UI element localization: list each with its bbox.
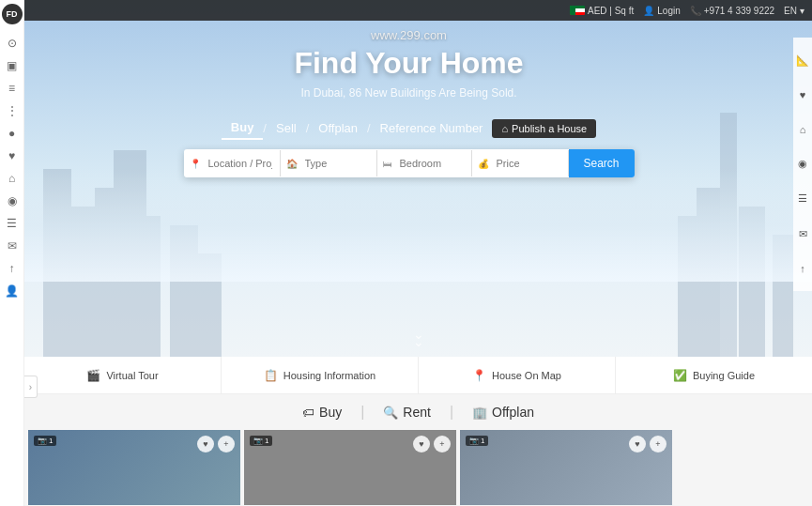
right-panel: 📐 ♥ ⌂ ◉ ☰ ✉ ↑ <box>793 38 812 291</box>
video-badge-2: 📷 1 <box>250 436 272 446</box>
search-button[interactable]: Search <box>569 149 635 177</box>
right-panel-icon-2[interactable]: ♥ <box>800 89 806 100</box>
feature-virtual-tour[interactable]: 🎬 Virtual Tour <box>24 357 222 393</box>
document-icon: 📋 <box>264 369 278 382</box>
property-card-3[interactable]: 📷 1 ♥ + <box>460 430 672 505</box>
search-bar: 📍 🏠 🛏 💰 Search <box>184 149 635 177</box>
tab-buy[interactable]: 🏷 Buy <box>302 405 342 420</box>
mist-overlay <box>24 169 812 282</box>
type-input[interactable] <box>298 150 377 176</box>
bottom-section: 🏷 Buy | 🔍 Rent | 🏢 Offplan ⊖ More 📷 1 ♥ … <box>24 394 812 506</box>
card-actions-2: ♥ + <box>413 436 451 452</box>
sidebar-icon-4[interactable]: ⋮ <box>4 102 21 119</box>
logo[interactable]: FD <box>2 4 23 24</box>
video-badge-1: 📷 1 <box>34 436 56 446</box>
user-icon: 👤 <box>643 6 654 16</box>
sidebar-icon-2[interactable]: ▣ <box>4 57 21 74</box>
right-panel-icon-4[interactable]: ◉ <box>798 158 807 170</box>
hero-content: www.299.com Find Your Home In Dubai, 86 … <box>24 28 793 177</box>
login-button[interactable]: 👤 Login <box>643 6 680 16</box>
sidebar-icon-6[interactable]: ♥ <box>4 147 21 164</box>
tab-offplan[interactable]: 🏢 Offplan <box>472 405 534 420</box>
price-input[interactable] <box>489 150 569 176</box>
nav-offplan[interactable]: Offplan <box>309 117 367 139</box>
logo-text: FD <box>7 9 18 19</box>
tag-icon: 🏷 <box>302 406 314 420</box>
favorite-button-3[interactable]: ♥ <box>629 436 646 452</box>
feature-buying-guide[interactable]: ✅ Buying Guide <box>616 357 812 393</box>
right-panel-icon-7[interactable]: ↑ <box>800 263 805 274</box>
right-panel-icon-1[interactable]: 📐 <box>796 54 809 67</box>
property-cards-row: 📷 1 ♥ + 📷 1 ♥ + 📷 1 ♥ <box>24 426 812 505</box>
add-button-1[interactable]: + <box>218 436 235 452</box>
hero-section: www.299.com Find Your Home In Dubai, 86 … <box>24 0 812 357</box>
tab-sep-2: | <box>450 404 453 421</box>
sidebar-icon-11[interactable]: ↑ <box>4 260 21 277</box>
tab-buy-label: Buy <box>319 405 342 420</box>
card-actions-1: ♥ + <box>197 436 235 452</box>
type-icon: 🏠 <box>281 159 298 169</box>
language-selector[interactable]: EN ▾ <box>784 6 804 16</box>
sidebar-icon-5[interactable]: ● <box>4 125 21 142</box>
camera-icon-3: 📷 <box>469 437 479 445</box>
right-panel-icon-6[interactable]: ✉ <box>799 228 807 240</box>
nav-sell[interactable]: Sell <box>267 117 306 139</box>
currency-label: AED | Sq ft <box>588 6 634 16</box>
virtual-tour-label: Virtual Tour <box>106 370 158 381</box>
buying-guide-label: Buying Guide <box>693 370 755 381</box>
camera-icon: 📷 <box>38 437 47 445</box>
chevron-down-icon: ▾ <box>800 6 804 16</box>
sidebar-icon-12[interactable]: 👤 <box>4 283 21 299</box>
home-icon: ⌂ <box>501 123 508 134</box>
feature-house-on-map[interactable]: 📍 House On Map <box>419 357 616 393</box>
favorite-button-1[interactable]: ♥ <box>197 436 214 452</box>
phone-number[interactable]: 📞 +971 4 339 9222 <box>690 6 774 16</box>
hero-url: www.299.com <box>24 28 793 42</box>
map-pin-icon: 📍 <box>472 369 486 382</box>
bedroom-icon: 🛏 <box>377 159 392 169</box>
check-icon: ✅ <box>673 369 687 382</box>
favorite-button-2[interactable]: ♥ <box>413 436 430 452</box>
tab-sep-1: | <box>360 404 364 421</box>
feature-housing-info[interactable]: 📋 Housing Information <box>222 357 419 393</box>
nav-buy[interactable]: Buy <box>222 116 264 140</box>
sidebar-icon-7[interactable]: ⌂ <box>4 170 21 187</box>
sidebar-icon-8[interactable]: ◉ <box>4 192 21 209</box>
scroll-indicator[interactable]: ⌄ ⌄ <box>413 330 424 345</box>
hero-title: Find Your Home <box>24 46 793 81</box>
tab-offplan-label: Offplan <box>492 405 534 420</box>
right-panel-icon-3[interactable]: ⌂ <box>800 124 806 135</box>
property-tabs: 🏷 Buy | 🔍 Rent | 🏢 Offplan <box>24 394 812 426</box>
nav-reference[interactable]: Reference Number <box>371 117 493 139</box>
phone-icon: 📞 <box>690 6 701 16</box>
search-icon: 🔍 <box>383 406 398 420</box>
tab-rent-label: Rent <box>403 405 431 420</box>
sidebar-expand-button[interactable]: › <box>24 376 38 398</box>
location-input[interactable] <box>201 150 281 176</box>
property-card-2[interactable]: 📷 1 ♥ + <box>244 430 456 505</box>
sidebar-icon-10[interactable]: ✉ <box>4 238 21 254</box>
house-on-map-label: House On Map <box>492 370 561 381</box>
flag-currency[interactable]: AED | Sq ft <box>570 6 634 16</box>
sidebar: FD ⊙ ▣ ≡ ⋮ ● ♥ ⌂ ◉ ☰ ✉ ↑ 👤 <box>0 0 24 506</box>
video-badge-3: 📷 1 <box>466 436 488 446</box>
sidebar-icon-9[interactable]: ☰ <box>4 215 21 232</box>
publish-house-button[interactable]: ⌂ Publish a House <box>492 119 596 138</box>
topbar: AED | Sq ft 👤 Login 📞 +971 4 339 9222 EN… <box>24 0 812 21</box>
tab-rent[interactable]: 🔍 Rent <box>383 405 431 420</box>
right-panel-icon-5[interactable]: ☰ <box>798 192 807 205</box>
video-icon: 🎬 <box>86 369 100 382</box>
camera-icon-2: 📷 <box>253 437 263 445</box>
price-icon: 💰 <box>472 159 489 169</box>
property-card-1[interactable]: 📷 1 ♥ + <box>28 430 240 505</box>
bedroom-input[interactable] <box>392 150 472 176</box>
add-button-3[interactable]: + <box>650 436 666 452</box>
card-actions-3: ♥ + <box>629 436 666 452</box>
add-button-2[interactable]: + <box>434 436 451 452</box>
hero-subtitle: In Dubai, 86 New Buildings Are Being Sol… <box>24 86 793 100</box>
uae-flag-icon <box>570 6 585 15</box>
building-icon: 🏢 <box>472 406 487 420</box>
sidebar-icon-1[interactable]: ⊙ <box>4 35 21 52</box>
housing-info-label: Housing Information <box>283 370 375 381</box>
sidebar-icon-3[interactable]: ≡ <box>4 80 21 97</box>
